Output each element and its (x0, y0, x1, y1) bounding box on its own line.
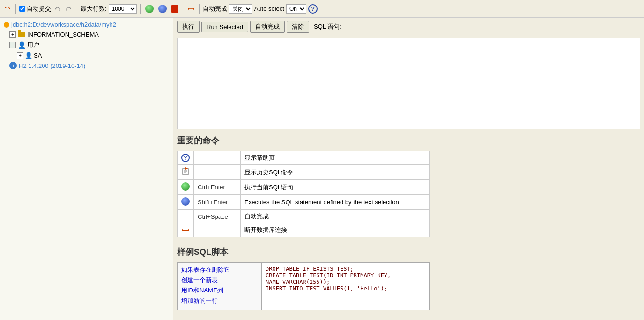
command-row-disconnect: 断开数据库连接 (178, 223, 430, 237)
sidebar-sa[interactable]: + 👤 SA (0, 51, 173, 60)
run-selected-button[interactable]: Run Selected (201, 22, 248, 32)
svg-text:0: 0 (59, 8, 61, 11)
autocomplete-button[interactable]: 自动完成 (250, 21, 285, 33)
sa-icon: 👤 (25, 52, 32, 59)
disconnect-icon (188, 5, 194, 13)
cmd-icon-cell-history (178, 165, 194, 180)
toolbar-icon-arrows[interactable] (3, 4, 12, 14)
expand-sa[interactable]: + (17, 52, 23, 59)
sql-editor (177, 38, 640, 129)
svg-marker-12 (185, 167, 188, 170)
svg-marker-14 (182, 229, 184, 231)
autocommit-checkbox[interactable]: 自动提交 (19, 5, 51, 13)
cmd-icon-cell-run-selected (178, 195, 194, 210)
cmd-desc-autocomplete: 自动完成 (241, 210, 430, 223)
run-cmd-icon (181, 182, 190, 191)
toolbar-undo-btn[interactable]: 0 (53, 4, 62, 14)
cmd-shortcut-help (194, 151, 241, 165)
history-cmd-icon (181, 167, 190, 176)
script-sql-3: INSERT INTO TEST VALUES(1, 'Hello'); (266, 285, 426, 292)
svg-marker-7 (192, 7, 194, 10)
cmd-shortcut-run: Ctrl+Enter (194, 180, 241, 195)
info-schema-label: INFORMATION_SCHEMA (27, 31, 99, 38)
autocommit-input[interactable] (19, 6, 25, 12)
command-row-autocomplete: Ctrl+Space 自动完成 (178, 210, 430, 223)
info-icon: i (9, 62, 17, 69)
cmd-shortcut-history (194, 165, 241, 180)
cmd-desc-run-selected: Executes the SQL statement defined by th… (241, 195, 430, 210)
script-labels: 如果表存在删除它 创建一个新表 用ID和NAME列 增加新的一行 (178, 263, 262, 310)
action-bar: 执行 Run Selected 自动完成 清除 SQL 语句: (173, 18, 644, 36)
content-area: 执行 Run Selected 自动完成 清除 SQL 语句: 重要的命令 ? (173, 18, 644, 320)
connection-icon (4, 22, 9, 28)
sidebar-version: i H2 1.4.200 (2019-10-14) (0, 60, 173, 71)
commands-table: ? 显示帮助页 (177, 151, 430, 237)
close-select[interactable]: 关闭 (229, 4, 252, 14)
command-row-help: ? 显示帮助页 (178, 151, 430, 165)
cmd-icon-cell-autocomplete (178, 210, 194, 223)
script-label-3[interactable]: 增加新的一行 (181, 297, 258, 305)
cmd-desc-help: 显示帮助页 (241, 151, 430, 165)
auto-select-value-select[interactable]: On Off (286, 4, 306, 14)
max-rows-select[interactable]: 1000 500 100 10000 (109, 4, 137, 14)
cmd-shortcut-disconnect (194, 223, 241, 237)
cmd-icon-cell-disconnect (178, 223, 194, 237)
main-layout: jdbc:h2:D:/devworkspace/h2data/myh2 + IN… (0, 18, 644, 320)
toolbar: 自动提交 0 0 最大行数: 1000 500 100 10000 (0, 0, 644, 18)
separator-2 (77, 4, 77, 14)
command-row-history: 显示历史SQL命令 (178, 165, 430, 180)
cmd-desc-disconnect: 断开数据库连接 (241, 223, 430, 237)
script-sql-2: NAME VARCHAR(255)); (266, 279, 426, 285)
svg-marker-15 (187, 229, 189, 231)
sa-label: SA (34, 52, 42, 59)
script-sql-1: CREATE TABLE TEST(ID INT PRIMARY KEY, (266, 272, 426, 279)
expand-info-schema[interactable]: + (9, 31, 16, 38)
sql-script-section: 样例SQL脚本 如果表存在删除它 创建一个新表 用ID和NAME列 增加新的一行… (173, 241, 644, 314)
cmd-shortcut-autocomplete: Ctrl+Space (194, 210, 241, 223)
script-sql-0: DROP TABLE IF EXISTS TEST; (266, 266, 426, 272)
sidebar-info-schema[interactable]: + INFORMATION_SCHEMA (0, 30, 173, 39)
separator-3 (140, 4, 141, 14)
toolbar-redo-btn[interactable]: 0 (64, 4, 74, 14)
sidebar-connection[interactable]: jdbc:h2:D:/devworkspace/h2data/myh2 (0, 20, 173, 30)
svg-text:0: 0 (66, 8, 68, 11)
sql-statement-label: SQL 语句: (314, 22, 341, 31)
run-selected-cmd-icon (181, 197, 190, 206)
cmd-icon-cell-run (178, 180, 194, 195)
run-selected-btn[interactable] (157, 4, 168, 14)
stop-icon (171, 5, 178, 13)
separator-1 (15, 4, 16, 14)
command-row-run-selected: Shift+Enter Executes the SQL statement d… (178, 195, 430, 210)
users-icon: 👤 (18, 42, 25, 48)
disconnect-btn[interactable] (186, 4, 196, 14)
expand-users[interactable]: − (9, 42, 16, 48)
cmd-icon-cell-help: ? (178, 151, 194, 165)
svg-marker-6 (188, 7, 189, 10)
separator-5 (199, 4, 200, 14)
script-container: 如果表存在删除它 创建一个新表 用ID和NAME列 增加新的一行 DROP TA… (177, 262, 430, 310)
run-selected-icon (158, 5, 167, 13)
script-label-2[interactable]: 用ID和NAME列 (181, 286, 258, 295)
version-label: H2 1.4.200 (2019-10-14) (19, 62, 85, 69)
script-sql: DROP TABLE IF EXISTS TEST; CREATE TABLE … (262, 263, 429, 310)
execute-button[interactable]: 执行 (177, 21, 200, 33)
clear-button[interactable]: 清除 (287, 21, 309, 33)
run-btn[interactable] (144, 4, 155, 14)
run-icon (145, 5, 154, 13)
autocomplete-complete-label: 自动完成 (203, 5, 227, 13)
script-label-1[interactable]: 创建一个新表 (181, 276, 258, 284)
cmd-desc-history: 显示历史SQL命令 (241, 165, 430, 180)
sidebar-users[interactable]: − 👤 用户 (0, 39, 173, 51)
commands-title: 重要的命令 (177, 135, 640, 146)
sql-script-title: 样例SQL脚本 (177, 246, 640, 258)
folder-icon-info-schema (18, 32, 25, 37)
sql-textarea[interactable] (178, 38, 640, 127)
command-row-run: Ctrl+Enter 执行当前SQL语句 (178, 180, 430, 195)
cmd-shortcut-run-selected: Shift+Enter (194, 195, 241, 210)
script-label-0[interactable]: 如果表存在删除它 (181, 266, 258, 274)
commands-section: 重要的命令 ? 显示帮助页 (173, 129, 644, 241)
help-btn[interactable]: ? (308, 4, 318, 14)
stop-btn[interactable] (170, 4, 179, 14)
max-rows-label: 最大行数: (81, 5, 107, 13)
connection-label: jdbc:h2:D:/devworkspace/h2data/myh2 (11, 21, 116, 28)
